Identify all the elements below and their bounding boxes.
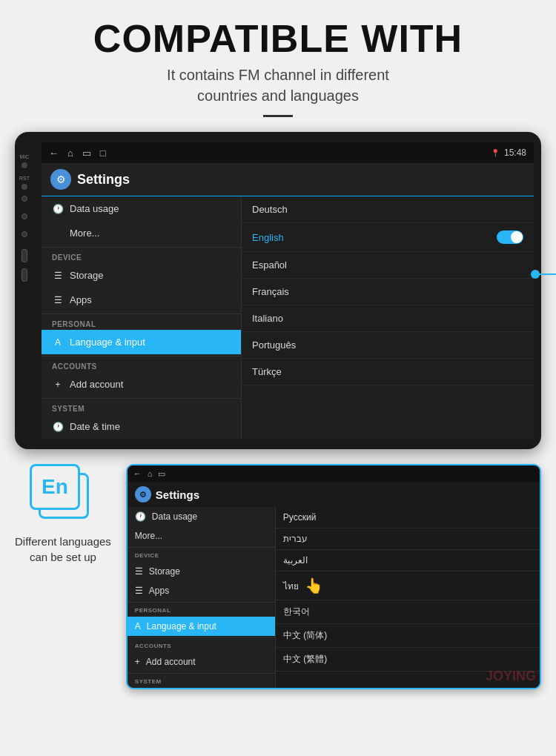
second-settings-wrapper: ← ⌂ ▭ ⚙ Settings 🕐 Data usag [126,464,541,689]
lang-deutsch-label: Deutsch [252,204,288,215]
data-usage-label: Data usage [70,203,119,214]
second-divider-3 [128,637,275,638]
storage-label: Storage [70,270,104,281]
device-section-label: DEVICE [42,249,241,263]
lang-english[interactable]: English [242,223,534,252]
datetime-icon: 🕐 [52,422,64,432]
lang-korean[interactable]: 한국어 [276,600,540,624]
second-menu-storage[interactable]: ☰ Storage [128,562,275,581]
bottom-section: En Different languagescan be set up ← ⌂ … [0,449,556,704]
menu-item-add-account[interactable]: + Add account [42,372,241,397]
second-settings-gear-icon: ⚙ [139,490,147,500]
back-nav-icon[interactable]: ← [49,147,59,159]
menu-item-datetime[interactable]: 🕐 Date & time [42,414,241,439]
en-icon: En [30,464,96,523]
menu-item-language[interactable]: A Language & input [42,330,241,354]
add-account-icon: + [52,379,64,390]
second-recents-icon[interactable]: ▭ [158,469,165,479]
menu-item-apps[interactable]: ☰ Apps [42,288,241,312]
second-status-bar: ← ⌂ ▭ [128,465,540,482]
lang-deutsch[interactable]: Deutsch [242,196,534,223]
second-menu-add-account[interactable]: + Add account [128,652,275,672]
lang-francais[interactable]: Français [242,279,534,305]
vol-button[interactable] [21,249,27,262]
screen-wrapper: ← ⌂ ▭ □ 📍 15:48 ⚙ Settings [42,142,534,439]
lang-arabic[interactable]: العربية [276,550,540,571]
lang-portugues[interactable]: Português [242,332,534,359]
connector-line [538,273,556,275]
divider-2 [42,314,241,314]
second-accounts-label: ACCOUNTS [128,640,275,652]
lang-english-label: English [252,232,284,243]
second-settings-body: 🕐 Data usage More... DEVICE ☰ Storage ☰ [128,507,540,688]
lang-espanol-label: Español [252,259,287,271]
lang-italiano[interactable]: Italiano [242,305,534,332]
back-button[interactable] [21,231,27,237]
recents-nav-icon[interactable]: ▭ [82,147,91,159]
settings-body: 🕐 Data usage More... DEVICE ☰ Storage [42,196,534,439]
divider [263,115,293,117]
data-usage-icon: 🕐 [52,204,64,214]
main-title: COMPATIBLE WITH [15,18,541,60]
second-settings-header: ⚙ Settings [128,482,540,507]
power-button[interactable] [21,196,27,202]
lang-russian-label: Русский [283,512,317,523]
lang-russian[interactable]: Русский [276,507,540,528]
second-menu-more[interactable]: More... [128,526,275,546]
lang-korean-label: 한국어 [283,606,310,617]
device-outer: MIC RST ← ⌂ ▭ □ [15,132,541,449]
add-account-label: Add account [70,379,123,390]
second-left-panel: 🕐 Data usage More... DEVICE ☰ Storage ☰ [128,507,276,688]
lang-hebrew[interactable]: עברית [276,528,540,550]
second-divider-2 [128,602,275,603]
lang-espanol[interactable]: Español [242,252,534,279]
menu-item-more[interactable]: More... [42,221,241,245]
divider-3 [42,356,241,357]
second-back-icon[interactable]: ← [133,469,142,479]
lang-italiano-label: Italiano [252,313,283,324]
settings-gear-icon: ⚙ [56,173,66,185]
second-personal-label: PERSONAL [128,604,275,617]
lang-thai[interactable]: ไทย 👆 [276,571,540,600]
second-nav-icons: ← ⌂ ▭ [133,469,166,479]
settings-right-panel: Deutsch English Español Français [242,196,534,439]
menu-item-data-usage[interactable]: 🕐 Data usage [42,196,241,221]
rst-label: RST [19,176,30,181]
menu-nav-icon[interactable]: □ [100,147,106,159]
lang-chinese-simplified[interactable]: 中文 (简体) [276,624,540,648]
more-label: More... [70,228,99,239]
menu-item-storage[interactable]: ☰ Storage [42,263,241,288]
en-icon-container: En Different languagescan be set up [15,464,111,565]
vol-button-2[interactable] [21,268,27,282]
english-toggle[interactable] [497,231,523,244]
lang-francais-label: Français [252,286,289,297]
second-system-label: SYSTEM [128,675,275,688]
lang-portugues-label: Português [252,339,296,351]
second-data-usage-icon: 🕐 [135,511,146,522]
home-nav-icon[interactable]: ⌂ [67,147,73,159]
second-apps-label: Apps [149,586,169,596]
mic-button [21,162,27,168]
nav-icons: ← ⌂ ▭ □ [49,147,106,159]
lang-arabic-label: العربية [283,555,308,566]
second-more-label: More... [135,531,162,541]
personal-section-label: PERSONAL [42,316,241,330]
second-right-panel: Русский עברית العربية ไทย 👆 한국어 [276,507,540,688]
main-screen-container: MIC RST ← ⌂ ▭ □ [0,125,556,449]
lang-chinese-traditional-label: 中文 (繁體) [283,654,327,664]
lang-thai-label: ไทย [283,579,299,593]
watermark: JOYING [486,669,536,684]
settings-left-panel: 🕐 Data usage More... DEVICE ☰ Storage [42,196,242,439]
en-text: En [42,475,68,499]
lang-turkce[interactable]: Türkçe [242,359,534,385]
lang-hebrew-label: עברית [283,534,308,544]
second-menu-data-usage[interactable]: 🕐 Data usage [128,507,275,526]
second-home-icon[interactable]: ⌂ [148,469,153,479]
subtitle: It contains FM channel in differentcount… [15,64,541,106]
second-storage-label: Storage [149,566,180,577]
second-menu-language[interactable]: A Language & input [128,617,275,636]
second-menu-apps[interactable]: ☰ Apps [128,581,275,600]
location-icon: 📍 [491,149,500,157]
lang-turkce-label: Türkçe [252,366,282,377]
home-button[interactable] [21,213,27,219]
